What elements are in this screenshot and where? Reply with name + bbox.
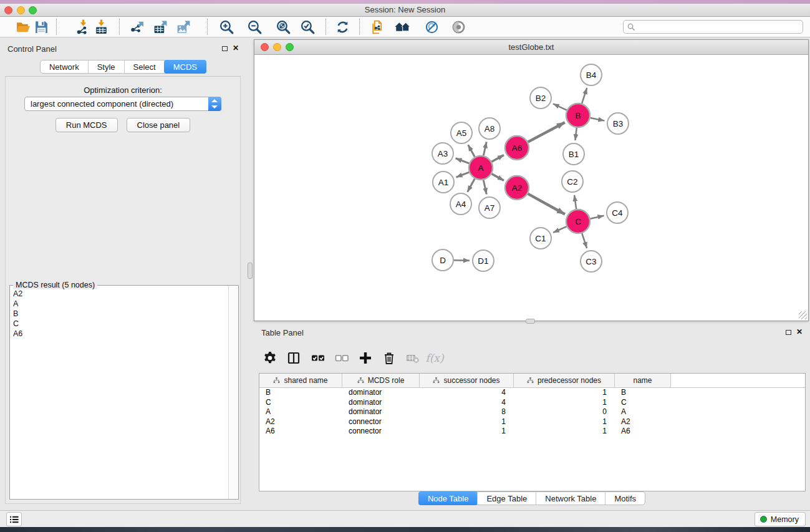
- network-close-button[interactable]: [261, 43, 269, 51]
- cell-shared-name[interactable]: C: [259, 398, 342, 408]
- graph-node-B[interactable]: B: [566, 104, 590, 127]
- cell-predecessor-nodes[interactable]: 1: [514, 388, 615, 398]
- export-table-button[interactable]: [152, 19, 169, 36]
- cell-name[interactable]: A2: [615, 417, 671, 427]
- close-window-button[interactable]: [4, 6, 12, 14]
- column-header-MCDS-role[interactable]: MCDS role: [342, 374, 420, 387]
- cell-name[interactable]: A6: [615, 427, 671, 437]
- task-history-button[interactable]: [6, 512, 22, 526]
- search-input[interactable]: [639, 21, 799, 32]
- mcds-result-item[interactable]: A6: [13, 329, 228, 339]
- criterion-select[interactable]: largest connected component (directed): [24, 97, 221, 111]
- graph-node-A7[interactable]: A7: [479, 197, 500, 218]
- graph-node-C[interactable]: C: [566, 210, 590, 233]
- show-hide-panel-button[interactable]: [450, 19, 467, 36]
- float-panel-icon[interactable]: [222, 46, 228, 51]
- graph-node-A8[interactable]: A8: [479, 118, 500, 139]
- table-settings-button[interactable]: [261, 349, 279, 367]
- horizontal-split-handle[interactable]: [248, 263, 253, 279]
- tab-edge-table[interactable]: Edge Table: [477, 492, 536, 505]
- table-close-panel-icon[interactable]: ✕: [796, 327, 803, 336]
- delete-columns-button[interactable]: [380, 349, 398, 367]
- vertical-split-handle[interactable]: [526, 319, 535, 324]
- create-column-button[interactable]: [357, 349, 374, 367]
- column-header-predecessor-nodes[interactable]: predecessor nodes: [514, 374, 615, 387]
- mcds-result-item[interactable]: C: [13, 319, 228, 329]
- minimize-window-button[interactable]: [17, 6, 25, 14]
- table-row[interactable]: Cdominator41C: [259, 398, 805, 408]
- cell-predecessor-nodes[interactable]: 1: [514, 398, 615, 408]
- run-mcds-button[interactable]: Run MCDS: [55, 118, 118, 132]
- graph-node-D1[interactable]: D1: [473, 250, 494, 271]
- graph-node-B4[interactable]: B4: [581, 64, 602, 85]
- import-network-button[interactable]: [74, 19, 92, 36]
- mcds-result-item[interactable]: A2: [13, 289, 228, 299]
- graph-node-A6[interactable]: A6: [505, 136, 529, 160]
- network-graph-canvas[interactable]: AA1A2A3A4A5A6A7A8BB1B2B3B4CC1C2C3C4DD1: [254, 55, 808, 321]
- zoom-out-button[interactable]: [246, 19, 263, 36]
- graph-node-D[interactable]: D: [432, 249, 453, 271]
- cell-successor-nodes[interactable]: 4: [420, 388, 514, 398]
- zoom-selected-button[interactable]: [299, 19, 316, 36]
- open-file-button[interactable]: [14, 19, 32, 36]
- mcds-result-scrollbar[interactable]: [228, 286, 238, 499]
- tab-motifs[interactable]: Motifs: [605, 492, 645, 505]
- export-image-button[interactable]: [175, 19, 192, 36]
- network-zoom-button[interactable]: [286, 43, 294, 51]
- column-header-name[interactable]: name: [615, 374, 671, 387]
- cell-predecessor-nodes[interactable]: 1: [514, 417, 615, 427]
- cell-shared-name[interactable]: A: [259, 407, 342, 417]
- mcds-result-item[interactable]: A: [13, 299, 228, 309]
- cell-shared-name[interactable]: A2: [259, 417, 342, 427]
- show-column-panel-button[interactable]: [285, 349, 302, 367]
- table-row[interactable]: A2connector11A2: [259, 417, 805, 427]
- fullscreen-window-button[interactable]: [29, 6, 37, 14]
- cell-predecessor-nodes[interactable]: 0: [514, 407, 615, 417]
- zoom-fit-button[interactable]: [274, 19, 292, 36]
- tab-node-table[interactable]: Node Table: [418, 491, 478, 505]
- close-panel-button[interactable]: Close panel: [127, 118, 191, 132]
- import-table-button[interactable]: [92, 19, 110, 36]
- cell-successor-nodes[interactable]: 8: [420, 407, 514, 417]
- tab-mcds[interactable]: MCDS: [164, 60, 206, 74]
- refresh-network-button[interactable]: [334, 19, 351, 36]
- cell-name[interactable]: A: [615, 407, 671, 417]
- graph-node-C4[interactable]: C4: [607, 202, 628, 223]
- graph-node-A3[interactable]: A3: [432, 143, 453, 164]
- cell-MCDS-role[interactable]: dominator: [342, 388, 420, 398]
- export-network-button[interactable]: [128, 19, 146, 36]
- graph-node-A[interactable]: A: [469, 156, 493, 180]
- cell-MCDS-role[interactable]: dominator: [342, 407, 420, 417]
- graph-node-C1[interactable]: C1: [530, 228, 551, 249]
- table-row[interactable]: A6connector11A6: [259, 427, 805, 437]
- tab-network[interactable]: Network: [41, 60, 88, 73]
- cell-predecessor-nodes[interactable]: 1: [514, 427, 615, 437]
- network-window-titlebar[interactable]: testGlobe.txt: [254, 40, 808, 55]
- zoom-in-button[interactable]: [218, 19, 235, 36]
- cell-MCDS-role[interactable]: dominator: [342, 398, 420, 408]
- home-view-button[interactable]: [393, 19, 411, 36]
- graph-node-C3[interactable]: C3: [581, 251, 602, 272]
- table-float-panel-icon[interactable]: [786, 330, 791, 335]
- mcds-result-item[interactable]: B: [13, 309, 228, 319]
- cell-successor-nodes[interactable]: 1: [420, 427, 514, 437]
- cell-MCDS-role[interactable]: connector: [342, 427, 420, 437]
- column-header-successor-nodes[interactable]: successor nodes: [420, 374, 514, 387]
- cell-successor-nodes[interactable]: 4: [420, 398, 514, 408]
- graph-node-C2[interactable]: C2: [562, 171, 583, 192]
- memory-button[interactable]: Memory: [755, 512, 806, 526]
- cell-name[interactable]: B: [615, 388, 671, 398]
- close-panel-icon[interactable]: ✕: [233, 44, 239, 52]
- cell-shared-name[interactable]: B: [259, 388, 342, 398]
- cell-MCDS-role[interactable]: connector: [342, 417, 420, 427]
- toggle-graphics-details-button[interactable]: [423, 19, 440, 36]
- tab-style[interactable]: Style: [88, 60, 124, 73]
- graph-node-A4[interactable]: A4: [450, 193, 471, 215]
- cell-successor-nodes[interactable]: 1: [420, 417, 514, 427]
- table-row[interactable]: Adominator80A: [259, 407, 805, 417]
- select-all-columns-button[interactable]: [309, 349, 327, 367]
- tab-select[interactable]: Select: [124, 60, 165, 73]
- cell-name[interactable]: C: [615, 398, 671, 408]
- cell-shared-name[interactable]: A6: [259, 427, 342, 437]
- graph-node-B2[interactable]: B2: [530, 87, 551, 109]
